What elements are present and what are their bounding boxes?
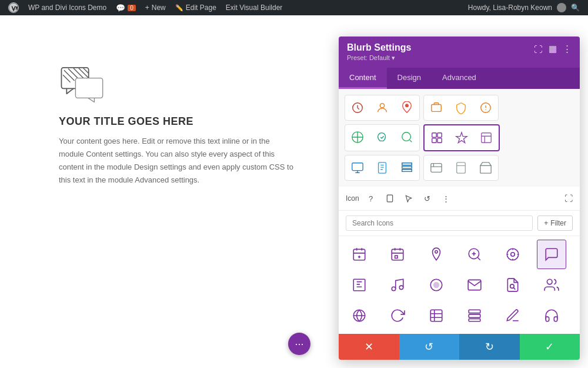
redo-button[interactable]: ↻ — [459, 334, 520, 360]
undo-icon: ↺ — [425, 340, 433, 353]
svg-point-43 — [510, 284, 514, 289]
columns-icon[interactable]: ▦ — [549, 44, 557, 54]
svg-rect-32 — [395, 256, 397, 258]
dots-icon: ··· — [295, 338, 303, 350]
icon-group-6-item-3 — [473, 155, 498, 180]
reset-ctrl[interactable]: ↺ — [420, 191, 435, 205]
icon-group-3[interactable] — [345, 124, 420, 151]
icon-cell-chat-active[interactable] — [537, 240, 566, 269]
icon-group-1[interactable] — [345, 95, 420, 121]
icon-group-2[interactable] — [423, 95, 499, 121]
comments-item[interactable]: 💬 0 — [111, 0, 141, 15]
user-avatar — [557, 3, 566, 12]
panel-tabs: Content Design Advanced — [339, 68, 580, 89]
comment-icon: 💬 — [116, 4, 125, 12]
filter-plus-icon: + — [544, 219, 548, 227]
icon-group-6[interactable] — [423, 155, 499, 181]
svg-point-37 — [507, 248, 519, 260]
icon-cell-record[interactable] — [422, 270, 451, 300]
icon-cell-mail[interactable] — [460, 270, 489, 300]
fullscreen-icon[interactable]: ⛶ — [534, 44, 543, 54]
svg-rect-49 — [469, 314, 480, 317]
icon-group-grid — [339, 89, 580, 187]
icon-cell-settings-circle[interactable] — [498, 240, 527, 269]
svg-line-6 — [83, 68, 89, 74]
edit-icon: ✏️ — [175, 4, 183, 12]
icon-cell-pen[interactable] — [498, 301, 527, 330]
floating-action-button[interactable]: ··· — [288, 333, 310, 355]
svg-point-42 — [433, 283, 439, 288]
svg-rect-48 — [469, 310, 480, 313]
tab-content[interactable]: Content — [339, 68, 387, 89]
svg-line-44 — [514, 288, 516, 290]
panel-title: Blurb Settings — [347, 42, 411, 53]
svg-point-10 — [380, 104, 384, 108]
icon-cell-document-search[interactable] — [498, 270, 527, 300]
icon-cell-search-zoom[interactable] — [460, 240, 489, 269]
blurb-icon — [59, 62, 294, 106]
panel-title-group: Blurb Settings Preset: Default ▾ — [347, 42, 411, 62]
icon-cell-calendar-add[interactable] — [345, 240, 374, 269]
svg-point-16 — [402, 132, 411, 141]
howdy-text: Howdy, Lisa-Robyn Keown — [463, 4, 557, 12]
wp-logo-item[interactable] — [4, 0, 24, 15]
icon-cell-list-view[interactable] — [460, 301, 489, 330]
panel-preset[interactable]: Preset: Default ▾ — [347, 54, 411, 62]
icon-cell-users[interactable] — [537, 270, 566, 300]
plus-icon: + — [145, 4, 149, 12]
svg-rect-12 — [432, 105, 442, 112]
icon-group-2-item-3 — [473, 95, 498, 120]
icon-group-2-item-1 — [424, 95, 449, 120]
icon-cell-headphones[interactable] — [537, 301, 566, 330]
filter-label: Filter — [550, 219, 566, 227]
cursor-ctrl[interactable] — [402, 191, 416, 205]
svg-rect-24 — [431, 164, 442, 173]
tab-content-label: Content — [349, 73, 376, 82]
icon-cell-table[interactable] — [422, 301, 451, 330]
more-ctrl[interactable]: ⋮ — [439, 191, 453, 205]
tablet-ctrl[interactable] — [383, 191, 397, 205]
new-item[interactable]: + New — [141, 0, 171, 15]
more-options-icon[interactable]: ⋮ — [563, 44, 572, 54]
expand-icon[interactable]: ⛶ — [564, 194, 573, 203]
icon-cell-refresh[interactable] — [383, 301, 412, 330]
icon-cell-globe[interactable] — [345, 301, 374, 330]
svg-line-34 — [477, 257, 480, 260]
undo-button[interactable]: ↺ — [399, 334, 460, 360]
svg-rect-25 — [457, 163, 466, 173]
blurb-module: YOUR TITLE GOES HERE Your content goes h… — [59, 62, 294, 187]
filter-button[interactable]: + Filter — [537, 216, 573, 231]
icon-cell-map-pin[interactable] — [422, 240, 451, 269]
icon-cell-calendar[interactable] — [383, 240, 412, 269]
new-label: New — [152, 4, 166, 12]
tab-design[interactable]: Design — [387, 68, 432, 89]
svg-point-39 — [392, 287, 396, 291]
admin-search-icon[interactable]: 🔍 — [566, 4, 584, 12]
svg-rect-28 — [353, 249, 365, 260]
svg-line-7 — [63, 75, 70, 82]
icon-label: Icon — [346, 194, 359, 203]
wp-logo-icon — [8, 2, 19, 13]
confirm-button[interactable]: ✓ — [520, 334, 580, 360]
svg-rect-8 — [75, 78, 102, 98]
question-mark-ctrl[interactable]: ? — [364, 191, 378, 205]
panel-footer: ✕ ↺ ↻ ✓ — [339, 334, 580, 360]
icon-group-4[interactable] — [423, 124, 500, 151]
site-name-item[interactable]: WP and Divi Icons Demo — [24, 0, 111, 15]
icon-cell-newspaper[interactable] — [345, 270, 374, 300]
edit-page-item[interactable]: ✏️ Edit Page — [171, 0, 221, 15]
icon-cell-music[interactable] — [383, 270, 412, 300]
admin-bar-right: Howdy, Lisa-Robyn Keown 🔍 — [463, 3, 584, 12]
svg-rect-21 — [482, 133, 492, 143]
exit-builder-item[interactable]: Exit Visual Builder — [221, 0, 288, 15]
exit-builder-label: Exit Visual Builder — [226, 4, 283, 12]
cancel-button[interactable]: ✕ — [339, 334, 399, 360]
svg-point-40 — [400, 286, 404, 290]
icon-group-4-item-1 — [425, 125, 449, 150]
tab-advanced[interactable]: Advanced — [432, 68, 487, 89]
icon-group-5[interactable] — [345, 155, 420, 181]
icon-group-4-item-3 — [474, 125, 499, 150]
search-input[interactable] — [346, 216, 533, 231]
icon-group-2-item-2 — [449, 95, 473, 120]
svg-point-38 — [511, 253, 515, 257]
